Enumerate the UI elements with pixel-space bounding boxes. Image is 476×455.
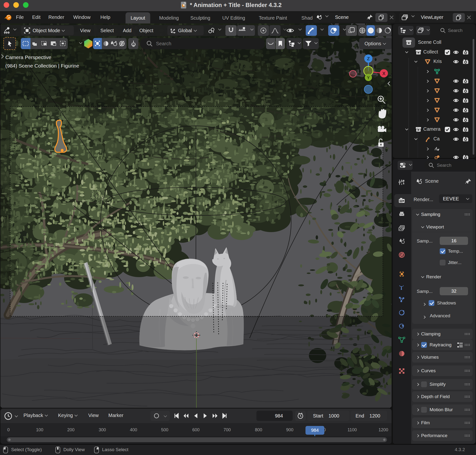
svg-text:Y: Y (367, 75, 370, 80)
svg-text:Camera Perspective: Camera Perspective (5, 55, 51, 60)
svg-text:Z: Z (367, 56, 370, 61)
svg-text:(984) Scene Collection | Figur: (984) Scene Collection | Figurine (5, 63, 79, 68)
svg-text:X: X (382, 71, 386, 76)
